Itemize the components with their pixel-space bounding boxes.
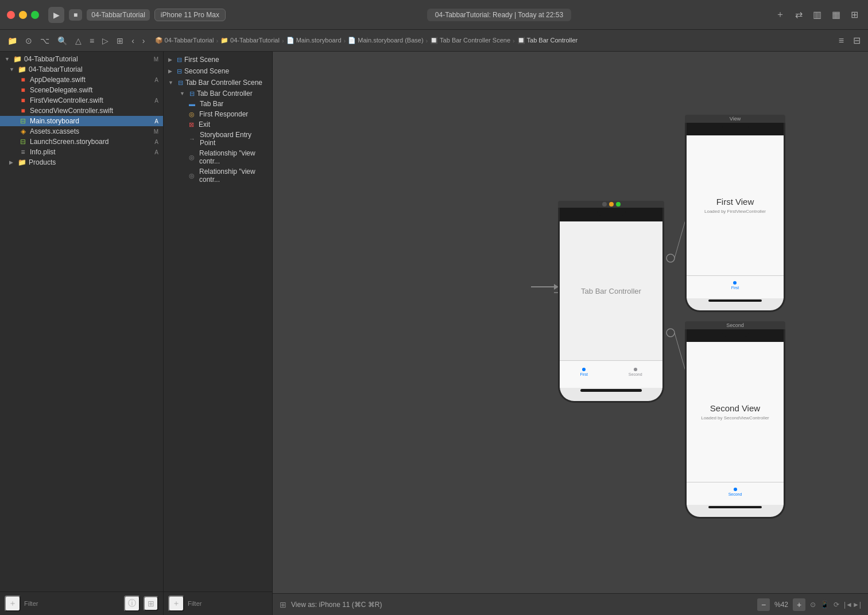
scene-relationship-1[interactable]: ◎ Relationship "view contr...: [164, 148, 272, 166]
nav-bottom-bar: ＋ Filter ⓘ ⊞: [0, 591, 163, 615]
toolbar: 📁 ⊙ ⌥ 🔍 △ ≡ ▷ ⊞ ‹ › 📦 04-TabbarTutorial …: [0, 30, 868, 52]
tree-item-secondvc[interactable]: ■ SecondViewController.swift: [0, 106, 163, 116]
scene-label: First Scene: [184, 56, 219, 64]
tree-item-infoplist[interactable]: ≡ Info.plist A: [0, 147, 163, 157]
scene-label: Second Scene: [184, 67, 229, 75]
source-control-icon[interactable]: ⊙: [22, 34, 35, 47]
storyboard-canvas-area[interactable]: Tab Bar Controller First Second: [273, 52, 868, 615]
list-view-button[interactable]: ≡: [836, 34, 847, 47]
scene-second-scene-group[interactable]: ▶ ⊟ Second Scene: [164, 65, 272, 77]
item-badge: A: [154, 77, 158, 83]
item-badge: A: [154, 139, 158, 145]
scene-icon: ⊟: [178, 79, 183, 87]
tab-second-label: Second: [629, 372, 642, 376]
breadcrumb-2[interactable]: 📁 04-TabbarTutorial: [220, 37, 280, 44]
products-folder-icon: 📁: [17, 158, 26, 166]
second-view-title: Second View: [710, 403, 760, 413]
search-icon[interactable]: 🔍: [55, 34, 70, 47]
swift-icon: ■: [18, 86, 28, 94]
preview-button[interactable]: ⊙: [810, 601, 816, 609]
tree-item-appdelegate[interactable]: ■ AppDelegate.swift A: [0, 75, 163, 85]
filter-info-button[interactable]: ⓘ: [124, 595, 140, 612]
add-button[interactable]: ＋: [773, 7, 788, 22]
tree-item-scenedelegate[interactable]: ■ SceneDelegate.swift: [0, 85, 163, 95]
scene-first-responder[interactable]: ◎ First Responder: [164, 109, 272, 119]
scene-first-scene-group[interactable]: ▶ ⊟ First Scene: [164, 54, 272, 65]
branch-icon[interactable]: ⌥: [37, 34, 52, 47]
scene-item-label: Storyboard Entry Point: [200, 131, 268, 147]
scene-tabbar-scene-group[interactable]: ▼ ⊟ Tab Bar Controller Scene: [164, 77, 272, 88]
tree-item-products[interactable]: ▶ 📁 Products: [0, 157, 163, 168]
tree-item-launchscreen[interactable]: ⊟ LaunchScreen.storyboard A: [0, 137, 163, 147]
run-button[interactable]: ▶: [48, 7, 64, 23]
status-message: 04-TabbarTutorial: Ready | Today at 22:5…: [427, 9, 571, 21]
svg-point-4: [666, 329, 675, 337]
tree-item-mainstoryboard[interactable]: ⊟ Main.storyboard A: [0, 116, 163, 126]
zoom-percent: %42: [774, 601, 788, 609]
tree-item-root[interactable]: ▼ 📁 04-TabbarTutorial M: [0, 54, 163, 64]
filter-options-button[interactable]: ⊞: [144, 596, 158, 611]
maximize-button[interactable]: [31, 11, 39, 19]
breadcrumb-3[interactable]: 📄 Main.storyboard: [286, 37, 342, 44]
minimize-button[interactable]: [19, 11, 27, 19]
tree-item-group[interactable]: ▼ 📁 04-TabbarTutorial: [0, 64, 163, 75]
breadcrumb-6[interactable]: 🔲 Tab Bar Controller: [517, 37, 578, 44]
view-label-bar-first: View: [685, 115, 785, 123]
layout-2-button[interactable]: ▦: [829, 7, 843, 22]
scene-storyboard-entry[interactable]: → Storyboard Entry Point: [164, 130, 272, 148]
inspector-button[interactable]: ⊟: [850, 34, 863, 47]
responder-icon: ◎: [189, 111, 195, 118]
close-button[interactable]: [7, 11, 15, 19]
folder-icon[interactable]: 📁: [5, 34, 20, 47]
info-icon[interactable]: ≡: [87, 34, 97, 47]
device-selector[interactable]: iPhone 11 Pro Max: [154, 9, 226, 21]
arrow-icon: ▼: [168, 80, 173, 85]
canvas-bottom-bar: ⊞ View as: iPhone 11 (⌘C ⌘R) − %42 + ⊙ 📱…: [273, 593, 868, 615]
nav-back[interactable]: ‹: [129, 34, 137, 47]
add-scene-button[interactable]: ＋: [168, 595, 184, 612]
item-label: SceneDelegate.swift: [30, 86, 156, 94]
scene-icon: ⊟: [177, 56, 182, 64]
swift-icon: ■: [18, 107, 28, 115]
scene-bottom-bar: ＋ Filter: [164, 591, 272, 615]
scene-exit[interactable]: ⊠ Exit: [164, 119, 272, 130]
warning-icon[interactable]: △: [72, 34, 84, 47]
titlebar: ▶ ■ 04-TabbarTutorial iPhone 11 Pro Max …: [0, 0, 868, 30]
scheme-selector[interactable]: 04-TabbarTutorial: [87, 9, 150, 21]
run-icon[interactable]: ▷: [99, 34, 111, 47]
scene-relationship-2[interactable]: ◎ Relationship "view contr...: [164, 166, 272, 185]
scene-filter-label: Filter: [188, 600, 268, 607]
relationship-icon: ◎: [189, 154, 195, 161]
tree-item-firstvc[interactable]: ■ FirstViewController.swift A: [0, 95, 163, 106]
arrow-icon: ▼: [180, 91, 185, 96]
tabbar-controller-label: Tab Bar Controller: [581, 287, 641, 295]
zoom-out-button[interactable]: −: [757, 598, 770, 611]
grid-icon[interactable]: ⊞: [114, 34, 126, 47]
scene-tabbar[interactable]: ▬ Tab Bar: [164, 99, 272, 109]
layout-1-button[interactable]: ▥: [810, 7, 824, 22]
breadcrumb-5[interactable]: 🔲 Tab Bar Controller Scene: [430, 37, 510, 44]
orientation-button[interactable]: ⟳: [834, 601, 839, 609]
item-label: Assets.xcassets: [30, 127, 152, 135]
breadcrumb-1[interactable]: 📦 04-TabbarTutorial: [155, 37, 214, 44]
layout-3-button[interactable]: ⊞: [848, 7, 861, 22]
scene-tree: ▶ ⊟ First Scene ▶ ⊟ Second Scene ▼ ⊟ Tab…: [164, 52, 272, 591]
device-button[interactable]: 📱: [820, 601, 829, 609]
nav-forward[interactable]: ›: [140, 34, 148, 47]
breadcrumb-4[interactable]: 📄 Main.storyboard (Base): [348, 37, 423, 44]
zoom-in-button[interactable]: +: [793, 598, 805, 611]
fit-canvas-button[interactable]: ⊞: [280, 600, 286, 609]
tree-item-assets[interactable]: ◈ Assets.xcassets M: [0, 126, 163, 137]
view-label-bar-second: Second: [685, 321, 785, 329]
tabbar-phone: Tab Bar Controller First Second: [558, 208, 664, 403]
scene-tabbar-controller[interactable]: ▼ ⊟ Tab Bar Controller: [164, 88, 272, 99]
transfer-button[interactable]: ⇄: [792, 7, 805, 22]
stop-button[interactable]: ■: [69, 9, 82, 21]
plist-icon: ≡: [18, 148, 28, 156]
add-file-button[interactable]: ＋: [5, 595, 21, 612]
adapt-button[interactable]: |◄►|: [844, 601, 861, 609]
tabbar-controller-container: Tab Bar Controller First Second: [558, 201, 664, 403]
item-badge: A: [154, 149, 158, 155]
main-layout: ▼ 📁 04-TabbarTutorial M ▼ 📁 04-TabbarTut…: [0, 52, 868, 615]
svg-line-5: [675, 333, 686, 373]
